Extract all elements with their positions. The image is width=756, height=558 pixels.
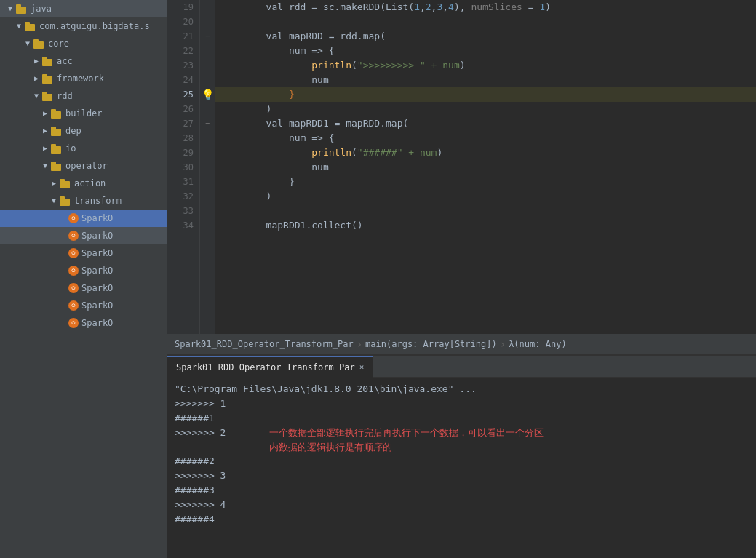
- arrow-icon: ▶: [41, 141, 49, 156]
- code-line-27: val mapRDD1 = mapRDD.map(: [215, 116, 756, 131]
- breadcrumb-part-1[interactable]: Spark01_RDD_Operator_Transform_Par: [175, 339, 354, 349]
- folder-icon: [16, 4, 28, 14]
- line-num-21: 21: [173, 29, 194, 44]
- breadcrumb-part-3[interactable]: λ(num: Any): [509, 339, 566, 349]
- code-line-25: }: [215, 87, 756, 102]
- terminal-output-7: >>>>>>> 4: [175, 498, 749, 512]
- sidebar-item-io[interactable]: ▶ io: [0, 140, 167, 157]
- sidebar-item-spark0-7[interactable]: ▶ ○ SparkO: [0, 314, 167, 332]
- terminal-tab-spark01[interactable]: Spark01_RDD_Operator_Transform_Par ×: [167, 356, 373, 378]
- arrow-icon: ▼: [41, 159, 49, 173]
- arrow-icon: ▼: [23, 36, 32, 51]
- sidebar-item-spark0-4[interactable]: ▶ ○ SparkO: [0, 262, 167, 279]
- breadcrumb-part-2[interactable]: main(args: Array[String]): [365, 339, 497, 349]
- sidebar-item-spark0-2[interactable]: ▶ ○ SparkO: [0, 227, 167, 244]
- sidebar-item-java[interactable]: ▼ java: [0, 0, 167, 17]
- line-num-34: 34: [173, 218, 194, 233]
- arrow-icon: ▶: [32, 54, 41, 68]
- code-container: 19 20 21 22 23 24 25 26 27 28 29 30 31 3…: [167, 0, 756, 334]
- folder-icon: [42, 57, 54, 66]
- arrow-icon: ▼: [32, 89, 41, 103]
- sidebar-item-label: operator: [65, 159, 108, 173]
- arrow-icon: ▶: [49, 176, 58, 191]
- terminal-output-5: >>>>>>> 3: [175, 469, 749, 483]
- sidebar-item-acc[interactable]: ▶ acc: [0, 52, 167, 70]
- sidebar-item-label: SparkO: [81, 211, 113, 226]
- sidebar-item-label: framework: [57, 71, 104, 86]
- fold-icon-21[interactable]: −: [200, 29, 215, 44]
- line-num-24: 24: [173, 73, 194, 87]
- folder-icon: [51, 127, 63, 136]
- file-icon: ○: [68, 231, 79, 241]
- sidebar-item-com[interactable]: ▼ com.atguigu.bigdata.s: [0, 17, 167, 35]
- fold-icon-27[interactable]: −: [200, 116, 215, 131]
- sidebar-item-operator[interactable]: ▼ operator: [0, 157, 167, 175]
- sidebar-item-transform[interactable]: ▼ transform: [0, 192, 167, 210]
- line-num-26: 26: [173, 102, 194, 116]
- arrow-icon: ▶: [32, 71, 41, 86]
- folder-icon: [60, 196, 71, 206]
- line-num-29: 29: [173, 146, 194, 160]
- folder-icon: [51, 109, 63, 119]
- file-tree: ▼ java ▼ com.atguigu.bigdata.s ▼ core ▶ …: [0, 0, 167, 558]
- terminal-tab-close[interactable]: ×: [359, 362, 365, 372]
- line-num-31: 31: [173, 175, 194, 189]
- sidebar-item-label: SparkO: [81, 228, 113, 243]
- breadcrumb-sep-1: ›: [357, 338, 362, 350]
- sidebar-item-label: dep: [65, 124, 81, 138]
- file-icon: ○: [68, 300, 79, 311]
- sidebar-item-dep[interactable]: ▶ dep: [0, 122, 167, 140]
- sidebar-item-label: io: [65, 141, 76, 156]
- line-num-25: 25: [173, 87, 194, 102]
- sidebar-item-label: SparkO: [81, 316, 113, 330]
- folder-icon: [25, 22, 36, 31]
- terminal-output-1: >>>>>>> 1: [175, 396, 749, 411]
- line-numbers: 19 20 21 22 23 24 25 26 27 28 29 30 31 3…: [167, 0, 200, 334]
- line-num-33: 33: [173, 204, 194, 218]
- sidebar-item-label: SparkO: [81, 246, 113, 260]
- sidebar-item-rdd[interactable]: ▼ rdd: [0, 87, 167, 105]
- sidebar-item-core[interactable]: ▼ core: [0, 35, 167, 52]
- sidebar-item-builder[interactable]: ▶ builder: [0, 105, 167, 122]
- file-icon: ○: [68, 283, 79, 293]
- sidebar-item-label: action: [74, 176, 106, 191]
- arrow-icon: ▼: [49, 194, 58, 208]
- code-line-30: num: [215, 160, 756, 175]
- sidebar-item-framework[interactable]: ▶ framework: [0, 70, 167, 87]
- sidebar-item-spark0-6[interactable]: ▶ ○ SparkO: [0, 297, 167, 314]
- folder-icon: [42, 92, 54, 101]
- bulb-icon[interactable]: 💡: [202, 89, 214, 100]
- sidebar-item-spark0-5[interactable]: ▶ ○ SparkO: [0, 279, 167, 297]
- sidebar-item-label: acc: [57, 54, 73, 68]
- breadcrumb-sep-2: ›: [500, 338, 506, 350]
- code-line-29: println("######" + num): [215, 146, 756, 160]
- gutter: − 💡 −: [200, 0, 215, 334]
- sidebar-item-spark0-1[interactable]: ▶ ○ SparkO: [0, 210, 167, 227]
- folder-icon: [42, 74, 54, 84]
- sidebar-item-label: builder: [65, 106, 103, 121]
- terminal-tabs: Spark01_RDD_Operator_Transform_Par ×: [167, 356, 756, 378]
- breadcrumb: Spark01_RDD_Operator_Transform_Par › mai…: [167, 334, 756, 354]
- terminal-output-3: >>>>>>> 2 一个数据全部逻辑执行完后再执行下一个数据，可以看出一个分区内…: [175, 426, 749, 454]
- folder-icon: [60, 179, 71, 188]
- sidebar-item-label: java: [31, 1, 52, 16]
- arrow-icon: ▼: [6, 1, 15, 16]
- terminal-area: Spark01_RDD_Operator_Transform_Par × "C:…: [167, 354, 756, 558]
- sidebar-item-label: rdd: [57, 89, 73, 103]
- sidebar-item-label: transform: [74, 194, 122, 208]
- folder-icon: [33, 39, 45, 49]
- terminal-cmd-line: "C:\Program Files\Java\jdk1.8.0_201\bin\…: [175, 382, 749, 396]
- line-num-20: 20: [173, 15, 194, 29]
- arrow-icon: ▶: [41, 124, 49, 138]
- sidebar-item-label: SparkO: [81, 281, 113, 295]
- terminal-output-6: ######3: [175, 483, 749, 498]
- sidebar-item-action[interactable]: ▶ action: [0, 175, 167, 192]
- terminal-output-4: ######2: [175, 454, 749, 469]
- code-line-34: mapRDD1.collect(): [215, 218, 756, 233]
- line-num-22: 22: [173, 44, 194, 58]
- sidebar-item-spark0-3[interactable]: ▶ ○ SparkO: [0, 244, 167, 262]
- arrow-icon: ▶: [41, 106, 49, 121]
- code-line-21: val mapRDD = rdd.map(: [215, 29, 756, 44]
- terminal-annotation: 一个数据全部逻辑执行完后再执行下一个数据，可以看出一个分区内数据的逻辑执行是有顺…: [269, 426, 546, 454]
- sidebar-item-label: SparkO: [81, 298, 113, 313]
